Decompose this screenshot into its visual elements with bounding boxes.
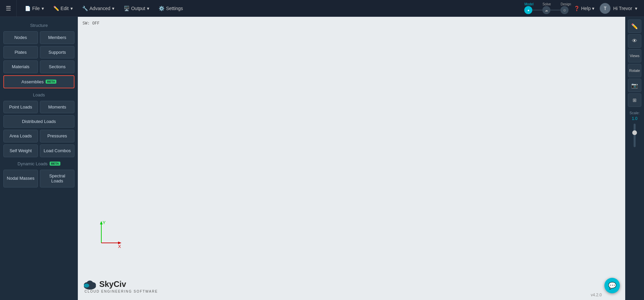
plates-button[interactable]: Plates [3, 46, 38, 59]
right-toolbar: ✏️ 👁 Views Rotate 📷 ⊞ Scale: 1.0 [625, 17, 644, 300]
svg-text:Y: Y [103, 220, 106, 225]
layers-icon: ⊞ [633, 97, 637, 103]
assemblies-beta-badge: BETA [46, 80, 56, 84]
nodal-masses-button[interactable]: Nodal Masses [3, 170, 38, 187]
svg-marker-1 [100, 221, 103, 224]
eye-tool-button[interactable]: 👁 [628, 34, 641, 48]
svg-point-10 [84, 284, 89, 288]
workflow-line-1 [532, 10, 542, 10]
sw-indicator: SW: OFF [83, 21, 100, 26]
scale-value: 1.0 [632, 116, 638, 121]
supports-button[interactable]: Supports [40, 46, 74, 59]
nav-edit[interactable]: ✏️ Edit ▾ [49, 4, 77, 13]
model-label: Model [524, 2, 532, 6]
moments-button[interactable]: Moments [40, 101, 74, 114]
loads-buttons-row3: Self Weight Load Combos [3, 144, 74, 157]
spectral-loads-button[interactable]: Spectral Loads [40, 170, 74, 187]
nav-file[interactable]: 📄 File ▾ [21, 4, 48, 13]
self-weight-button[interactable]: Self Weight [3, 144, 38, 157]
workflow-line-2 [550, 10, 560, 10]
assemblies-button[interactable]: Assemblies BETA [3, 75, 74, 88]
user-arrow-icon: ▾ [635, 6, 637, 11]
file-arrow-icon: ▾ [42, 6, 44, 11]
loads-section-label: Loads [3, 90, 74, 99]
user-menu[interactable]: T Hi Trevor ▾ [600, 3, 637, 14]
sidebar: Structure Nodes Members Plates Supports … [0, 17, 78, 300]
dynamic-loads-beta-badge: BETA [50, 162, 60, 166]
scale-slider[interactable] [634, 124, 636, 151]
chat-icon: 💬 [608, 282, 616, 290]
pencil-icon: ✏️ [631, 23, 638, 30]
help-icon: ❓ [574, 6, 580, 11]
solve-label: Solve [542, 2, 550, 6]
views-label: Views [630, 54, 639, 58]
output-arrow-icon: ▾ [147, 6, 149, 11]
nav-output[interactable]: 🖥️ Output ▾ [120, 4, 153, 13]
hamburger-icon: ☰ [6, 5, 11, 12]
screenshot-button[interactable]: 📷 [628, 79, 641, 92]
loads-buttons-row2: Area Loads Pressures [3, 130, 74, 142]
workflow-dot-design[interactable]: ⊙ [560, 6, 569, 14]
dynamic-loads-buttons: Nodal Masses Spectral Loads [3, 170, 74, 187]
views-button[interactable]: Views [628, 49, 641, 62]
advanced-arrow-icon: ▾ [112, 6, 114, 11]
topbar: ☰ 📄 File ▾ ✏️ Edit ▾ 🔧 Advanced ▾ 🖥️ Out… [0, 0, 644, 17]
distributed-loads-button[interactable]: Distributed Loads [3, 115, 74, 128]
structure-buttons: Nodes Members Plates Supports Materials … [3, 31, 74, 73]
version-label: v4.2.0 [591, 293, 602, 297]
main-content: Structure Nodes Members Plates Supports … [0, 17, 644, 300]
pressures-button[interactable]: Pressures [40, 130, 74, 142]
canvas-area[interactable]: SW: OFF Y X SkyCiv [78, 17, 625, 300]
skyciv-logo: SkyCiv Cloud Engineering Software [83, 279, 158, 293]
edit-icon: ✏️ [53, 6, 59, 11]
rotate-button[interactable]: Rotate [628, 64, 641, 77]
materials-button[interactable]: Materials [3, 60, 38, 73]
eye-icon: 👁 [632, 38, 637, 44]
nav-settings[interactable]: ⚙️ Settings [155, 4, 187, 13]
pencil-tool-button[interactable]: ✏️ [628, 19, 641, 33]
settings-icon: ⚙️ [159, 6, 164, 11]
point-loads-button[interactable]: Point Loads [3, 101, 38, 114]
layers-button[interactable]: ⊞ [628, 93, 641, 107]
camera-icon: 📷 [631, 82, 638, 89]
skyciv-cloud-icon [83, 279, 97, 290]
advanced-icon: 🔧 [82, 6, 88, 11]
load-combos-button[interactable]: Load Combos [40, 144, 74, 157]
edit-arrow-icon: ▾ [70, 6, 73, 11]
rotate-label: Rotate [629, 69, 640, 73]
axis-indicator: Y X [91, 219, 121, 250]
skyciv-name: SkyCiv [99, 280, 126, 289]
scale-label: Scale: [630, 111, 640, 115]
help-arrow-icon: ▾ [592, 6, 594, 11]
nodes-button[interactable]: Nodes [3, 31, 38, 44]
hamburger-button[interactable]: ☰ [0, 0, 17, 17]
design-label: Design [560, 2, 569, 6]
dynamic-loads-section-label: Dynamic Loads BETA [3, 159, 74, 168]
skyciv-tagline: Cloud Engineering Software [85, 290, 158, 293]
workflow-labels: Model Solve Design [524, 2, 569, 6]
sections-button[interactable]: Sections [40, 60, 74, 73]
loads-buttons-row1: Point Loads Moments [3, 101, 74, 114]
workflow-steps: Model Solve Design ● ☁ ⊙ [524, 2, 569, 14]
workflow-dot-solve[interactable]: ☁ [542, 6, 550, 14]
members-button[interactable]: Members [40, 31, 74, 44]
scale-slider-thumb[interactable] [632, 130, 637, 135]
workflow-dot-model[interactable]: ● [524, 6, 532, 14]
avatar: T [600, 3, 610, 14]
topbar-right: Model Solve Design ● ☁ ⊙ ❓ Help ▾ T Hi T… [524, 2, 644, 14]
output-icon: 🖥️ [124, 6, 129, 11]
workflow-dots: ● ☁ ⊙ [524, 6, 569, 14]
chat-button[interactable]: 💬 [604, 278, 620, 293]
scale-slider-track[interactable] [634, 124, 636, 147]
area-loads-button[interactable]: Area Loads [3, 130, 38, 142]
main-nav: 📄 File ▾ ✏️ Edit ▾ 🔧 Advanced ▾ 🖥️ Outpu… [17, 4, 524, 13]
structure-section-label: Structure [3, 21, 74, 29]
file-icon: 📄 [25, 6, 31, 11]
help-button[interactable]: ❓ Help ▾ [574, 6, 594, 11]
nav-advanced[interactable]: 🔧 Advanced ▾ [78, 4, 118, 13]
svg-text:X: X [118, 244, 121, 249]
